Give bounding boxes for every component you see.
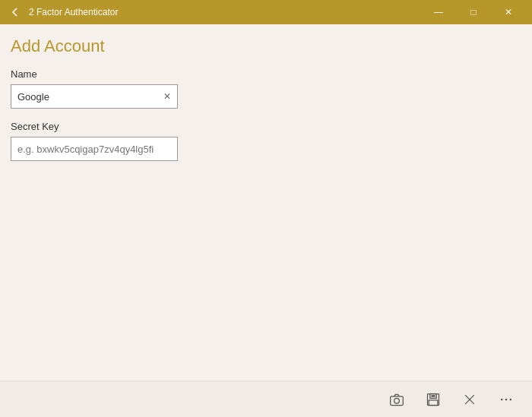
- bottom-toolbar: [0, 381, 532, 417]
- svg-point-1: [394, 398, 400, 403]
- secret-key-input-wrapper: [11, 137, 178, 161]
- save-button[interactable]: [416, 384, 450, 415]
- minimize-button[interactable]: —: [421, 0, 456, 24]
- maximize-button[interactable]: □: [456, 0, 491, 24]
- save-icon: [426, 392, 441, 407]
- secret-key-label: Secret Key: [11, 121, 521, 132]
- camera-icon: [389, 392, 404, 407]
- window-title: 2 Factor Authenticator: [29, 7, 421, 17]
- more-button[interactable]: [489, 384, 523, 415]
- svg-point-8: [501, 398, 503, 400]
- back-button[interactable]: [6, 3, 24, 21]
- page-title: Add Account: [11, 36, 521, 56]
- svg-rect-0: [391, 396, 404, 405]
- main-content: Add Account Name ✕ Secret Key: [0, 24, 532, 381]
- title-bar: 2 Factor Authenticator — □ ✕: [0, 0, 532, 24]
- name-label: Name: [11, 68, 521, 80]
- svg-rect-4: [429, 400, 438, 405]
- name-input-wrapper: ✕: [11, 84, 178, 109]
- close-button[interactable]: ✕: [491, 0, 526, 24]
- name-input[interactable]: [11, 84, 178, 109]
- more-icon: [499, 392, 514, 407]
- window-controls: — □ ✕: [421, 0, 526, 24]
- camera-button[interactable]: [380, 384, 413, 415]
- svg-point-9: [505, 398, 508, 400]
- discard-icon: [462, 392, 477, 407]
- secret-key-input[interactable]: [11, 137, 178, 161]
- svg-rect-5: [432, 395, 435, 397]
- discard-button[interactable]: [453, 384, 486, 415]
- clear-name-button[interactable]: ✕: [160, 89, 175, 104]
- svg-point-10: [510, 398, 512, 400]
